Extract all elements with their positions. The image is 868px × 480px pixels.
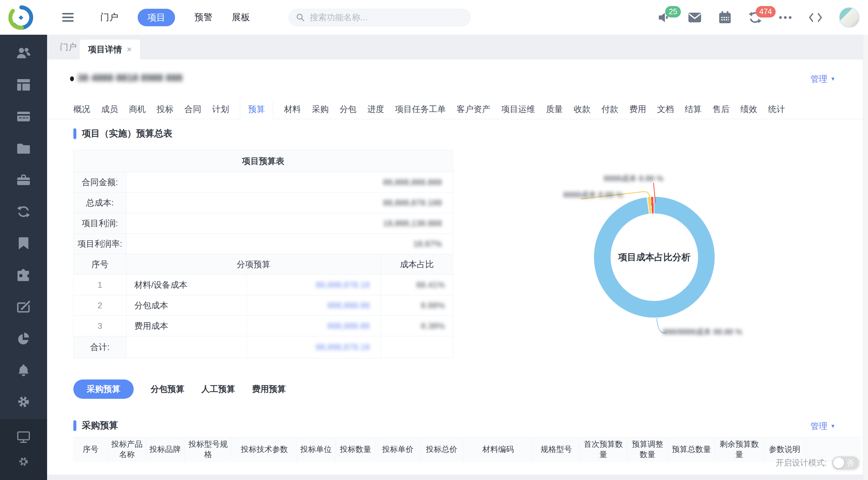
tab-documents[interactable]: 文档 (657, 99, 674, 119)
redacted-link-value[interactable]: 88,888,878.18 (316, 280, 370, 290)
chart-label-redacted: 888/8888成本 88.88 % (663, 327, 742, 337)
table-row: 项目利润率: 18.87% (74, 234, 453, 254)
subtab-expense-budget[interactable]: 费用预算 (252, 383, 286, 395)
tab-ops[interactable]: 项目运维 (501, 99, 535, 119)
sync-button[interactable]: 474 (748, 11, 762, 24)
col-header: 投标数量 (335, 438, 376, 461)
tab-statistics[interactable]: 统计 (768, 99, 785, 119)
design-mode-toggle[interactable]: 否 (832, 456, 859, 469)
chevron-down-icon: ▼ (830, 76, 835, 82)
redacted-percent: 8.88% (421, 301, 445, 310)
donut-chart[interactable]: 项目成本占比分析 (594, 197, 715, 318)
purchase-manage-dropdown[interactable]: 管理▼ (810, 421, 835, 432)
mail-button[interactable] (688, 11, 702, 24)
sidebar-item-reports[interactable] (0, 322, 47, 354)
tab-project-detail[interactable]: 项目详情 × (80, 39, 140, 59)
tab-settlement[interactable]: 结算 (685, 99, 702, 119)
tab-progress[interactable]: 进度 (367, 99, 384, 119)
subtab-labor-budget[interactable]: 人工预算 (201, 383, 235, 395)
tab-payments[interactable]: 付款 (601, 99, 618, 119)
tab-customer-assets[interactable]: 客户资产 (457, 99, 490, 119)
sidebar-item-exchange[interactable] (0, 196, 47, 227)
tab-performance[interactable]: 绩效 (740, 99, 757, 119)
table-row: 总成本: 88,888,878.188 (74, 192, 453, 213)
table-header-row: 序号 分项预算 成本占比 (74, 254, 453, 275)
nav-item-board[interactable]: 展板 (232, 11, 250, 24)
tab-contract[interactable]: 合同 (184, 99, 201, 119)
people-icon (16, 47, 31, 59)
user-avatar[interactable] (839, 7, 860, 28)
sidebar-item-edit[interactable] (0, 291, 47, 322)
nav-item-alert[interactable]: 预警 (194, 11, 213, 24)
search-input[interactable] (309, 12, 463, 23)
pie-chart-icon (17, 332, 30, 345)
tab-aftersales[interactable]: 售后 (713, 99, 730, 119)
table-row: 3 费用成本 888,888.88 8.38% (74, 316, 453, 336)
gear-icon (17, 395, 30, 409)
tab-overview[interactable]: 概况 (73, 99, 90, 119)
tab-plan[interactable]: 计划 (212, 99, 229, 119)
credit-card-icon (17, 111, 30, 123)
global-search[interactable] (288, 9, 471, 26)
sidebar-item-billing[interactable] (0, 100, 47, 132)
row-label: 合同金额: (74, 172, 126, 192)
calendar-button[interactable] (718, 11, 732, 24)
row-index: 3 (74, 316, 126, 336)
primary-nav: 门户 项目 预警 展板 (100, 9, 250, 26)
tab-project-detail-label: 项目详情 (88, 44, 122, 55)
sidebar-item-notifications[interactable] (0, 354, 47, 386)
redacted-link-value[interactable]: 888,888.88 (328, 321, 370, 331)
tab-opportunity[interactable]: 商机 (129, 99, 146, 119)
col-header: 剩余预算数量 (715, 438, 764, 461)
status-dot (70, 77, 74, 81)
folder-icon (17, 143, 30, 154)
nav-item-project[interactable]: 项目 (137, 9, 175, 26)
budget-subtabs: 采购预算 分包预算 人工预算 费用预算 (73, 380, 286, 399)
col-header: 投标产品名称 (108, 438, 146, 461)
subtab-subcontract-budget[interactable]: 分包预算 (151, 383, 184, 395)
manage-label: 管理 (810, 73, 827, 85)
col-no: 序号 (74, 254, 126, 274)
sidebar-item-bookmark[interactable] (0, 227, 47, 259)
sidebar-item-display[interactable] (17, 431, 30, 445)
tab-members[interactable]: 成员 (101, 99, 118, 119)
project-header: 38 4888 8818 8988 888 管理▼ (47, 59, 863, 93)
sidebar-bottom-section (0, 419, 47, 480)
purchase-section-title: 采购预算 (82, 419, 118, 432)
redacted-value: 88,888,888.888 (383, 178, 442, 187)
manage-dropdown[interactable]: 管理▼ (810, 73, 835, 85)
tab-procurement[interactable]: 采购 (312, 99, 329, 119)
close-icon[interactable]: × (127, 45, 132, 54)
vertical-scrollbar[interactable] (863, 35, 868, 480)
subtab-purchase-budget[interactable]: 采购预算 (73, 380, 134, 399)
col-pct: 成本占比 (381, 254, 453, 274)
tab-quality[interactable]: 质量 (546, 99, 563, 119)
sidebar-item-settings[interactable] (0, 386, 47, 418)
more-button[interactable] (779, 11, 792, 24)
tab-budget[interactable]: 预算 (240, 99, 273, 119)
tab-receipts[interactable]: 收款 (574, 99, 591, 119)
sidebar-item-files[interactable] (0, 132, 47, 164)
section-accent-bar (73, 128, 76, 139)
tab-task-orders[interactable]: 项目任务工单 (395, 99, 446, 119)
sidebar-item-members[interactable] (0, 37, 47, 69)
redacted-link-value[interactable]: 88,888,878.18 (316, 342, 370, 352)
tab-material[interactable]: 材料 (284, 99, 301, 119)
tab-portal[interactable]: 门户 (60, 35, 77, 59)
nav-item-portal[interactable]: 门户 (100, 11, 118, 24)
tab-subcontract[interactable]: 分包 (340, 99, 356, 119)
hamburger-menu-icon[interactable] (62, 13, 74, 22)
table-row: 1 材料/设备成本 88,888,878.18 88.41% (74, 275, 453, 295)
tab-bidding[interactable]: 投标 (157, 99, 174, 119)
cost-ratio-chart: 项目成本占比分析 8888成本 8.88 % 8888成本 8.88 % 888… (561, 160, 863, 365)
code-view-button[interactable] (809, 11, 822, 24)
sidebar-item-plugins[interactable] (0, 259, 47, 291)
redacted-link-value[interactable]: 888,888.88 (328, 301, 370, 310)
tab-expenses[interactable]: 费用 (629, 99, 646, 119)
announcement-button[interactable]: 25 (658, 11, 671, 24)
sidebar-item-business[interactable] (0, 164, 47, 196)
bell-icon (17, 364, 30, 377)
sidebar-item-system-settings[interactable] (18, 456, 29, 468)
redacted-percent: 88.41% (416, 280, 445, 290)
sidebar-item-dashboard[interactable] (0, 69, 47, 100)
